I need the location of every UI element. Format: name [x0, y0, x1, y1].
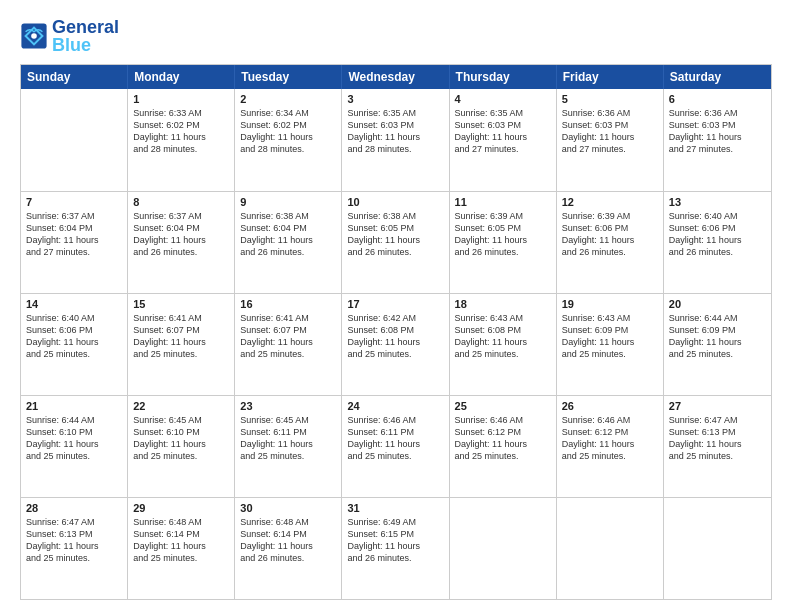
day-number: 14 [26, 298, 122, 310]
calendar-cell: 19Sunrise: 6:43 AM Sunset: 6:09 PM Dayli… [557, 294, 664, 395]
day-info: Sunrise: 6:39 AM Sunset: 6:05 PM Dayligh… [455, 210, 551, 259]
calendar-cell: 12Sunrise: 6:39 AM Sunset: 6:06 PM Dayli… [557, 192, 664, 293]
calendar-cell: 26Sunrise: 6:46 AM Sunset: 6:12 PM Dayli… [557, 396, 664, 497]
logo-general: General [52, 18, 119, 36]
calendar-cell: 13Sunrise: 6:40 AM Sunset: 6:06 PM Dayli… [664, 192, 771, 293]
calendar-cell [664, 498, 771, 599]
calendar-cell: 23Sunrise: 6:45 AM Sunset: 6:11 PM Dayli… [235, 396, 342, 497]
header-day-monday: Monday [128, 65, 235, 89]
day-info: Sunrise: 6:43 AM Sunset: 6:08 PM Dayligh… [455, 312, 551, 361]
calendar-row: 1Sunrise: 6:33 AM Sunset: 6:02 PM Daylig… [21, 89, 771, 191]
header-day-thursday: Thursday [450, 65, 557, 89]
calendar-cell: 14Sunrise: 6:40 AM Sunset: 6:06 PM Dayli… [21, 294, 128, 395]
calendar-cell: 8Sunrise: 6:37 AM Sunset: 6:04 PM Daylig… [128, 192, 235, 293]
calendar-body: 1Sunrise: 6:33 AM Sunset: 6:02 PM Daylig… [21, 89, 771, 599]
day-info: Sunrise: 6:35 AM Sunset: 6:03 PM Dayligh… [455, 107, 551, 156]
day-number: 11 [455, 196, 551, 208]
svg-point-3 [31, 33, 37, 39]
calendar-cell: 6Sunrise: 6:36 AM Sunset: 6:03 PM Daylig… [664, 89, 771, 191]
calendar-cell: 4Sunrise: 6:35 AM Sunset: 6:03 PM Daylig… [450, 89, 557, 191]
day-info: Sunrise: 6:46 AM Sunset: 6:12 PM Dayligh… [455, 414, 551, 463]
day-info: Sunrise: 6:39 AM Sunset: 6:06 PM Dayligh… [562, 210, 658, 259]
calendar-header: SundayMondayTuesdayWednesdayThursdayFrid… [21, 65, 771, 89]
day-number: 20 [669, 298, 766, 310]
day-info: Sunrise: 6:35 AM Sunset: 6:03 PM Dayligh… [347, 107, 443, 156]
day-info: Sunrise: 6:37 AM Sunset: 6:04 PM Dayligh… [133, 210, 229, 259]
calendar-row: 7Sunrise: 6:37 AM Sunset: 6:04 PM Daylig… [21, 191, 771, 293]
day-info: Sunrise: 6:44 AM Sunset: 6:09 PM Dayligh… [669, 312, 766, 361]
header-day-tuesday: Tuesday [235, 65, 342, 89]
day-number: 24 [347, 400, 443, 412]
calendar-cell: 31Sunrise: 6:49 AM Sunset: 6:15 PM Dayli… [342, 498, 449, 599]
calendar-row: 28Sunrise: 6:47 AM Sunset: 6:13 PM Dayli… [21, 497, 771, 599]
day-number: 1 [133, 93, 229, 105]
day-number: 5 [562, 93, 658, 105]
header: General Blue [20, 18, 772, 54]
day-number: 29 [133, 502, 229, 514]
calendar-cell: 2Sunrise: 6:34 AM Sunset: 6:02 PM Daylig… [235, 89, 342, 191]
calendar-cell: 15Sunrise: 6:41 AM Sunset: 6:07 PM Dayli… [128, 294, 235, 395]
day-info: Sunrise: 6:42 AM Sunset: 6:08 PM Dayligh… [347, 312, 443, 361]
calendar-cell: 20Sunrise: 6:44 AM Sunset: 6:09 PM Dayli… [664, 294, 771, 395]
calendar-cell: 27Sunrise: 6:47 AM Sunset: 6:13 PM Dayli… [664, 396, 771, 497]
day-number: 10 [347, 196, 443, 208]
day-info: Sunrise: 6:36 AM Sunset: 6:03 PM Dayligh… [562, 107, 658, 156]
calendar-cell: 1Sunrise: 6:33 AM Sunset: 6:02 PM Daylig… [128, 89, 235, 191]
day-info: Sunrise: 6:36 AM Sunset: 6:03 PM Dayligh… [669, 107, 766, 156]
day-info: Sunrise: 6:49 AM Sunset: 6:15 PM Dayligh… [347, 516, 443, 565]
day-number: 19 [562, 298, 658, 310]
day-number: 25 [455, 400, 551, 412]
day-number: 12 [562, 196, 658, 208]
calendar: SundayMondayTuesdayWednesdayThursdayFrid… [20, 64, 772, 600]
day-number: 3 [347, 93, 443, 105]
day-number: 7 [26, 196, 122, 208]
calendar-cell [557, 498, 664, 599]
header-day-friday: Friday [557, 65, 664, 89]
calendar-cell: 21Sunrise: 6:44 AM Sunset: 6:10 PM Dayli… [21, 396, 128, 497]
day-info: Sunrise: 6:47 AM Sunset: 6:13 PM Dayligh… [669, 414, 766, 463]
day-number: 23 [240, 400, 336, 412]
day-number: 28 [26, 502, 122, 514]
calendar-cell [21, 89, 128, 191]
calendar-cell: 24Sunrise: 6:46 AM Sunset: 6:11 PM Dayli… [342, 396, 449, 497]
day-info: Sunrise: 6:45 AM Sunset: 6:10 PM Dayligh… [133, 414, 229, 463]
calendar-cell: 9Sunrise: 6:38 AM Sunset: 6:04 PM Daylig… [235, 192, 342, 293]
day-number: 21 [26, 400, 122, 412]
day-info: Sunrise: 6:38 AM Sunset: 6:05 PM Dayligh… [347, 210, 443, 259]
day-number: 22 [133, 400, 229, 412]
day-info: Sunrise: 6:41 AM Sunset: 6:07 PM Dayligh… [240, 312, 336, 361]
day-number: 6 [669, 93, 766, 105]
day-info: Sunrise: 6:40 AM Sunset: 6:06 PM Dayligh… [669, 210, 766, 259]
day-number: 30 [240, 502, 336, 514]
day-number: 31 [347, 502, 443, 514]
day-number: 4 [455, 93, 551, 105]
calendar-cell: 29Sunrise: 6:48 AM Sunset: 6:14 PM Dayli… [128, 498, 235, 599]
day-info: Sunrise: 6:48 AM Sunset: 6:14 PM Dayligh… [133, 516, 229, 565]
day-info: Sunrise: 6:44 AM Sunset: 6:10 PM Dayligh… [26, 414, 122, 463]
calendar-cell: 17Sunrise: 6:42 AM Sunset: 6:08 PM Dayli… [342, 294, 449, 395]
day-info: Sunrise: 6:34 AM Sunset: 6:02 PM Dayligh… [240, 107, 336, 156]
day-number: 15 [133, 298, 229, 310]
day-info: Sunrise: 6:45 AM Sunset: 6:11 PM Dayligh… [240, 414, 336, 463]
day-number: 13 [669, 196, 766, 208]
day-info: Sunrise: 6:37 AM Sunset: 6:04 PM Dayligh… [26, 210, 122, 259]
day-number: 18 [455, 298, 551, 310]
logo: General Blue [20, 18, 119, 54]
logo-icon [20, 22, 48, 50]
header-day-saturday: Saturday [664, 65, 771, 89]
calendar-cell: 11Sunrise: 6:39 AM Sunset: 6:05 PM Dayli… [450, 192, 557, 293]
logo-blue: Blue [52, 36, 119, 54]
calendar-cell: 18Sunrise: 6:43 AM Sunset: 6:08 PM Dayli… [450, 294, 557, 395]
day-info: Sunrise: 6:43 AM Sunset: 6:09 PM Dayligh… [562, 312, 658, 361]
day-info: Sunrise: 6:46 AM Sunset: 6:11 PM Dayligh… [347, 414, 443, 463]
day-number: 8 [133, 196, 229, 208]
calendar-cell: 30Sunrise: 6:48 AM Sunset: 6:14 PM Dayli… [235, 498, 342, 599]
calendar-cell [450, 498, 557, 599]
day-info: Sunrise: 6:40 AM Sunset: 6:06 PM Dayligh… [26, 312, 122, 361]
calendar-row: 21Sunrise: 6:44 AM Sunset: 6:10 PM Dayli… [21, 395, 771, 497]
day-info: Sunrise: 6:38 AM Sunset: 6:04 PM Dayligh… [240, 210, 336, 259]
calendar-cell: 5Sunrise: 6:36 AM Sunset: 6:03 PM Daylig… [557, 89, 664, 191]
header-day-wednesday: Wednesday [342, 65, 449, 89]
calendar-cell: 7Sunrise: 6:37 AM Sunset: 6:04 PM Daylig… [21, 192, 128, 293]
day-info: Sunrise: 6:41 AM Sunset: 6:07 PM Dayligh… [133, 312, 229, 361]
